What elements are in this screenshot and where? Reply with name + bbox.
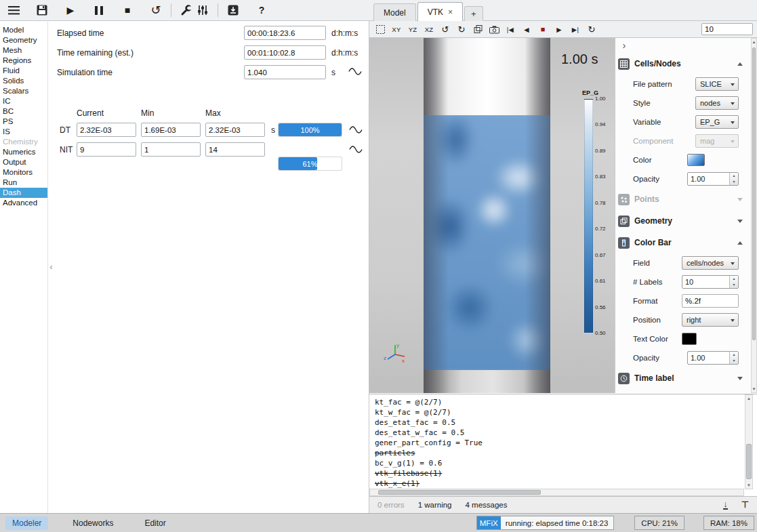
previous-frame-icon[interactable]: ◀: [520, 22, 533, 36]
nit-min-field[interactable]: [141, 142, 201, 157]
dt-min-field[interactable]: [141, 123, 201, 137]
spin-down-icon[interactable]: ▾: [730, 358, 738, 364]
view-yz-button[interactable]: YZ: [406, 22, 420, 36]
close-icon[interactable]: ×: [448, 9, 453, 16]
mode-nodeworks[interactable]: Nodeworks: [66, 516, 120, 530]
console-vscrollbar[interactable]: ▲ ▼: [745, 394, 753, 489]
view-xy-button[interactable]: XY: [390, 22, 403, 36]
scroll-down-icon[interactable]: ▼: [752, 387, 756, 391]
play-icon[interactable]: ▶: [62, 2, 79, 18]
spin-up-icon[interactable]: ▴: [730, 173, 738, 179]
panel-scrollbar[interactable]: ▲ ▼: [751, 38, 757, 393]
opacity-spinner[interactable]: 1.00 ▴▾: [687, 172, 739, 186]
section-points[interactable]: Points: [615, 188, 751, 210]
scrollbar-thumb[interactable]: [752, 47, 756, 340]
spin-down-icon[interactable]: ▾: [730, 282, 738, 288]
pause-icon[interactable]: [91, 2, 107, 18]
spin-up-icon[interactable]: ▴: [730, 276, 738, 282]
sidebar-item-ps[interactable]: PS: [0, 117, 47, 127]
plot-nit-icon[interactable]: [348, 143, 364, 155]
section-color-bar[interactable]: Color Bar: [615, 232, 751, 253]
rotate-right-icon[interactable]: ↻: [455, 22, 468, 36]
mode-modeler[interactable]: Modeler: [5, 516, 48, 530]
position-dropdown[interactable]: right: [682, 313, 739, 327]
section-geometry[interactable]: Geometry: [615, 210, 751, 232]
section-cells-nodes[interactable]: Cells/Nodes: [615, 53, 751, 75]
sidebar-item-dash[interactable]: Dash: [0, 188, 47, 198]
sidebar-item-scalars[interactable]: Scalars: [0, 86, 47, 96]
dt-current-field[interactable]: [77, 123, 136, 137]
stop-icon[interactable]: ■: [119, 2, 136, 18]
scroll-up-icon[interactable]: ▲: [745, 396, 752, 401]
spin-buttons[interactable]: ▴▾: [729, 173, 738, 185]
messages-count[interactable]: 4 messages: [466, 501, 508, 509]
field-dropdown[interactable]: cells/nodes: [682, 256, 739, 270]
sidebar-item-regions[interactable]: Regions: [0, 56, 47, 66]
elapsed-time-field[interactable]: [244, 26, 326, 40]
variable-dropdown[interactable]: EP_G: [695, 115, 739, 129]
num-labels-spinner[interactable]: 10 ▴▾: [682, 275, 739, 289]
tab-model[interactable]: Model: [373, 3, 416, 21]
sidebar-item-numerics[interactable]: Numerics: [0, 147, 47, 157]
scrollbar-thumb[interactable]: [746, 444, 752, 479]
color-map-swatch[interactable]: [687, 154, 705, 166]
scroll-down-icon[interactable]: ▼: [745, 483, 752, 487]
file-pattern-dropdown[interactable]: SLICE: [695, 77, 739, 91]
sidebar-item-mesh[interactable]: Mesh: [0, 45, 47, 56]
view-xz-button[interactable]: XZ: [422, 22, 436, 36]
sidebar-item-monitors[interactable]: Monitors: [0, 167, 47, 178]
tab-vtk[interactable]: VTK ×: [417, 2, 463, 21]
nit-max-field[interactable]: [205, 142, 265, 157]
rotate-left-icon[interactable]: ↺: [438, 22, 452, 36]
sidebar-item-advanced[interactable]: Advanced: [0, 198, 47, 208]
next-frame-icon[interactable]: ▶: [552, 22, 566, 36]
last-frame-icon[interactable]: ▶|: [569, 22, 582, 36]
spin-up-icon[interactable]: ▴: [730, 352, 738, 358]
vtk-render-view[interactable]: 1.00 s EP_G 1.00 0.94 0.89 0.83 0.78 0.7…: [369, 38, 615, 393]
save-icon[interactable]: [34, 2, 50, 18]
style-dropdown[interactable]: nodes: [695, 96, 739, 110]
outline-toggle-icon[interactable]: [373, 22, 387, 36]
help-icon[interactable]: ?: [253, 2, 270, 18]
simulation-time-field[interactable]: [244, 65, 326, 79]
sidebar-item-model[interactable]: Model: [0, 25, 47, 35]
sidebar-item-geometry[interactable]: Geometry: [0, 35, 47, 45]
sidebar-item-run[interactable]: Run: [0, 178, 47, 188]
sidebar-item-output[interactable]: Output: [0, 157, 47, 167]
section-time-label[interactable]: Time label: [615, 367, 751, 389]
mode-editor[interactable]: Editor: [138, 516, 172, 530]
spin-buttons[interactable]: ▴▾: [729, 352, 738, 364]
menu-icon[interactable]: [5, 2, 22, 18]
splitter-collapse-handle[interactable]: ‹: [48, 262, 54, 272]
scroll-to-end-icon[interactable]: ↓: [723, 500, 728, 510]
colorbar-opacity-spinner[interactable]: 1.00 ▴▾: [687, 351, 739, 365]
wrench-icon[interactable]: [178, 2, 195, 18]
panel-collapse-arrow[interactable]: ›: [619, 39, 629, 51]
sidebar-item-bc[interactable]: BC: [0, 106, 47, 117]
warnings-count[interactable]: 1 warning: [418, 501, 452, 509]
perspective-icon[interactable]: [471, 22, 485, 36]
repeat-icon[interactable]: ↻: [585, 22, 598, 36]
new-tab-button[interactable]: +: [464, 6, 483, 21]
scrollbar-thumb[interactable]: [378, 490, 541, 495]
plot-dt-icon[interactable]: [348, 123, 364, 136]
stop-playback-icon[interactable]: ■: [536, 22, 550, 36]
first-frame-icon[interactable]: |◀: [504, 22, 517, 36]
sidebar-item-is[interactable]: IS: [0, 127, 47, 137]
sidebar-item-solids[interactable]: Solids: [0, 76, 47, 86]
spin-down-icon[interactable]: ▾: [730, 179, 738, 185]
time-remaining-field[interactable]: [244, 45, 326, 60]
vtk-frames-input[interactable]: [701, 23, 753, 35]
errors-count[interactable]: 0 errors: [377, 501, 405, 509]
reset-icon[interactable]: ↺: [148, 2, 164, 18]
scroll-to-top-icon[interactable]: ⊤: [741, 501, 749, 509]
format-input[interactable]: [682, 294, 739, 308]
camera-icon[interactable]: [487, 22, 501, 36]
text-color-swatch[interactable]: [682, 333, 697, 345]
sidebar-item-ic[interactable]: IC: [0, 96, 47, 106]
spin-buttons[interactable]: ▴▾: [729, 276, 738, 288]
plot-simtime-icon[interactable]: [347, 65, 363, 77]
build-icon[interactable]: [225, 2, 241, 18]
sliders-icon[interactable]: [195, 2, 211, 18]
nit-current-field[interactable]: [77, 142, 136, 157]
